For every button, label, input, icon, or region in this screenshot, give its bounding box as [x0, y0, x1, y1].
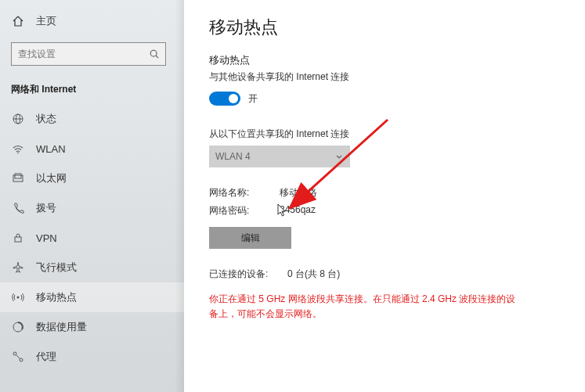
share-from-dropdown[interactable]: WLAN 4: [209, 146, 350, 167]
ethernet-icon: [11, 171, 25, 185]
search-icon: [148, 48, 161, 60]
home-button[interactable]: 主页: [0, 8, 184, 34]
svg-point-5: [17, 153, 19, 154]
sidebar-item-label: 数据使用量: [36, 320, 87, 334]
svg-rect-8: [15, 237, 21, 242]
svg-point-12: [20, 358, 23, 361]
wifi-icon: [11, 142, 25, 156]
home-label: 主页: [36, 14, 56, 28]
connected-devices-label: 已连接的设备:: [209, 268, 287, 281]
svg-line-13: [16, 355, 20, 359]
share-from-label: 从以下位置共享我的 Internet 连接: [209, 128, 560, 141]
sidebar-item-ethernet[interactable]: 以太网: [0, 164, 184, 193]
sidebar: 主页 网络和 Internet 状态 WLAN 以太网: [0, 0, 184, 392]
sidebar-item-dialup[interactable]: 拨号: [0, 193, 184, 223]
network-name-value: 移动网络: [280, 186, 317, 200]
sidebar-item-airplane[interactable]: 飞行模式: [0, 253, 184, 282]
network-password-value: 3456qaz: [280, 204, 316, 218]
chevron-down-icon: [334, 152, 344, 161]
hotspot-icon: [11, 290, 25, 304]
svg-rect-7: [15, 174, 21, 178]
toggle-state-label: 开: [248, 92, 258, 106]
sidebar-item-label: 以太网: [36, 171, 67, 185]
search-input[interactable]: [18, 49, 148, 59]
section-title: 移动热点: [209, 53, 560, 67]
sidebar-item-vpn[interactable]: VPN: [0, 223, 184, 253]
network-name-label: 网络名称:: [209, 186, 280, 200]
data-usage-icon: [11, 320, 25, 334]
sidebar-item-label: 飞行模式: [36, 261, 77, 275]
warning-text: 你正在通过 5 GHz 网络波段共享连接。在只能通过 2.4 GHz 波段连接的…: [209, 292, 522, 322]
sidebar-item-proxy[interactable]: 代理: [0, 342, 184, 372]
dropdown-value: WLAN 4: [215, 151, 251, 162]
sidebar-item-wlan[interactable]: WLAN: [0, 134, 184, 164]
sidebar-item-hotspot[interactable]: 移动热点: [0, 282, 184, 312]
svg-point-9: [17, 297, 20, 299]
page-title: 移动热点: [209, 16, 560, 39]
edit-button-label: 编辑: [241, 232, 260, 245]
section-subtitle: 与其他设备共享我的 Internet 连接: [209, 70, 560, 84]
sidebar-item-label: WLAN: [36, 143, 66, 155]
svg-point-0: [150, 50, 157, 56]
sidebar-item-status[interactable]: 状态: [0, 104, 184, 134]
sidebar-item-label: 拨号: [36, 201, 56, 215]
airplane-icon: [11, 261, 25, 275]
sidebar-item-datausage[interactable]: 数据使用量: [0, 312, 184, 342]
connected-devices-value: 0 台(共 8 台): [287, 268, 340, 281]
network-password-label: 网络密码:: [209, 204, 280, 218]
toggle-knob: [229, 94, 238, 103]
share-toggle[interactable]: [209, 92, 240, 106]
sidebar-item-label: 移动热点: [36, 290, 77, 304]
category-title: 网络和 Internet: [0, 77, 184, 104]
proxy-icon: [11, 350, 25, 364]
svg-point-11: [13, 352, 16, 355]
sidebar-item-label: 状态: [36, 112, 56, 126]
main-panel: 移动热点 移动热点 与其他设备共享我的 Internet 连接 开 从以下位置共…: [184, 0, 585, 392]
home-icon: [11, 14, 25, 28]
svg-line-1: [156, 56, 158, 58]
vpn-icon: [11, 231, 25, 245]
sidebar-item-label: VPN: [36, 232, 57, 244]
edit-button[interactable]: 编辑: [209, 227, 291, 249]
search-input-wrap[interactable]: [11, 42, 166, 66]
dialup-icon: [11, 201, 25, 215]
sidebar-item-label: 代理: [36, 350, 56, 364]
globe-icon: [11, 112, 25, 126]
